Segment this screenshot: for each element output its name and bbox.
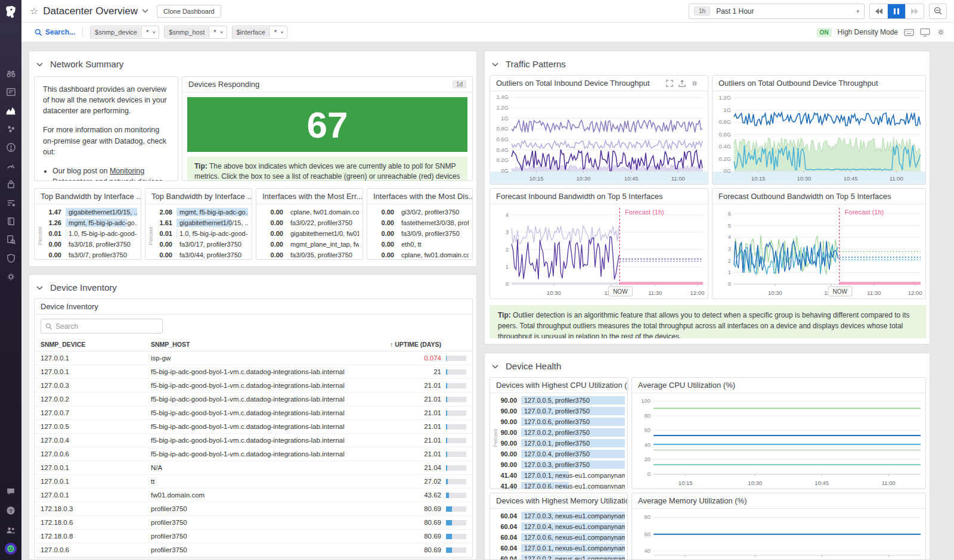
- fullscreen-icon[interactable]: [666, 80, 673, 87]
- table-row[interactable]: 127.0.0.1 tt 27.02: [35, 475, 472, 489]
- rewind-button[interactable]: [870, 4, 888, 18]
- tv-mode-icon[interactable]: [920, 28, 930, 37]
- toplist-row[interactable]: 90.00 127.0.0.4, profiler3750: [500, 449, 625, 459]
- toplist-widget[interactable]: Interfaces with the Most Dis... 0.00 gi3…: [367, 188, 473, 260]
- table-row[interactable]: 127.0.0.6 f5-big-ip-adc-good-byol-1-vm.c…: [35, 447, 472, 461]
- user-avatar[interactable]: [4, 542, 17, 555]
- apm-icon[interactable]: [4, 196, 17, 209]
- toplist-row[interactable]: 0.00 fa3/0/44, profiler3750: [155, 250, 248, 260]
- table-row[interactable]: 127.0.0.2 f5-big-ip-adc-good-byol-1-vm.c…: [35, 393, 472, 406]
- toplist-row[interactable]: 1.47 gigabitethernet1/0/15, ...: [44, 207, 137, 217]
- toplist-row[interactable]: 0.00 fa3/0/9, profiler3750: [377, 228, 469, 239]
- toplist-row[interactable]: 41.40 127.0.0.1, nexus-eu1.companyname..…: [500, 470, 625, 481]
- events-icon[interactable]: [4, 85, 17, 98]
- toplist-row[interactable]: 90.00 127.0.0.5, profiler3750: [500, 395, 625, 406]
- toplist-row[interactable]: 2.08 mgmt, f5-big-ip-adc-go...: [155, 207, 248, 217]
- widget-gear-icon[interactable]: [691, 80, 698, 87]
- outliers-inbound-widget[interactable]: Outliers on Total Inbound Device Through…: [490, 75, 708, 185]
- toplist-row[interactable]: 90.00 127.0.0.3, profiler3750: [500, 459, 625, 470]
- column-uptime[interactable]: ↑ UPTIME (DAYS): [388, 341, 441, 348]
- dashboards-icon[interactable]: [4, 104, 17, 117]
- watchdog-icon[interactable]: [4, 67, 17, 80]
- toplist-row[interactable]: 60.04 127.0.0.4, nexus-eu1.companyname.m…: [500, 521, 625, 532]
- devices-responding-widget[interactable]: Devices Responding 1d 67 Tip: The above …: [182, 76, 473, 181]
- table-row[interactable]: 127.0.0.4 f5-big-ip-adc-good-byol-1-vm.c…: [35, 434, 472, 447]
- forecast-outbound-widget[interactable]: Forecast Outbound Bandwidth on Top 5 Int…: [712, 188, 926, 299]
- toplist-row[interactable]: 0.00 gi3/0/2, profiler3750: [377, 207, 469, 217]
- toplist-row[interactable]: 60.04 127.0.0.6, nexus-eu1.companyname.m…: [500, 532, 625, 543]
- table-row[interactable]: 127.0.0.1 N/A 21.04: [35, 461, 472, 475]
- collapse-chevron-icon[interactable]: [492, 360, 498, 371]
- forecast-inbound-chart[interactable]: 0123410:3011:0011:3012:00Forecast (1h)NO…: [490, 203, 708, 298]
- table-row[interactable]: 172.18.0.3 profiler3750 80.69: [35, 502, 472, 516]
- outliers-outbound-widget[interactable]: Outliers on Total Outbound Device Throug…: [712, 75, 926, 185]
- time-range-picker[interactable]: 1h Past 1 Hour ▾: [689, 4, 865, 19]
- collapse-chevron-icon[interactable]: [492, 58, 498, 69]
- toplist-row[interactable]: 0.00 eth0, tt: [377, 239, 469, 250]
- settings-gear-icon[interactable]: [936, 27, 946, 37]
- toplist-row[interactable]: 0.00 fa3/0/18, profiler3750: [44, 239, 137, 250]
- integrations-icon[interactable]: [4, 178, 17, 191]
- toplist-row[interactable]: 1.61 gigabitethernet1/0/15, ...: [155, 217, 248, 228]
- column-snmp-device[interactable]: SNMP_DEVICE: [41, 341, 151, 348]
- table-row[interactable]: 127.0.0.1 f5-big-ip-adc-good-byol-1-vm.c…: [35, 365, 472, 379]
- collapse-chevron-icon[interactable]: [36, 58, 43, 69]
- toplist-row[interactable]: 0.00 gigabitethernet1/0, fw01....: [266, 228, 359, 239]
- column-snmp-host[interactable]: SNMP_HOST: [151, 341, 388, 348]
- memory-toplist-widget[interactable]: Devices with Highest Memory Utilizatio..…: [490, 493, 628, 560]
- query-value-box[interactable]: 67: [187, 97, 467, 152]
- keyboard-shortcuts-icon[interactable]: [904, 29, 914, 36]
- teams-icon[interactable]: [4, 523, 17, 536]
- toplist-widget[interactable]: Interfaces with the Most Err... 0.00 cpl…: [256, 188, 363, 260]
- help-icon[interactable]: ?: [4, 504, 17, 517]
- toplist-row[interactable]: 60.04 127.0.0.2, nexus-eu1.companyname.m…: [500, 553, 625, 560]
- zoom-out-button[interactable]: [929, 4, 947, 19]
- toplist-row[interactable]: 1.26 mgmt, f5-big-ip-adc-go...: [44, 217, 137, 228]
- avg-memory-widget[interactable]: Average Memory Utilization (%) 40608010:…: [631, 493, 926, 560]
- template-var-snmp-host[interactable]: $snmp_host * ▾: [164, 26, 227, 39]
- avg-memory-chart[interactable]: 40608010:1510:3010:4511:00: [632, 508, 925, 560]
- favorite-star-icon[interactable]: ☆: [30, 5, 38, 17]
- inventory-search-input[interactable]: Search: [41, 319, 163, 334]
- table-row[interactable]: 172.18.0.6 profiler3750 80.69: [35, 516, 472, 530]
- monitors-icon[interactable]: [4, 141, 17, 154]
- template-var-snmp-device[interactable]: $snmp_device * ▾: [90, 26, 159, 39]
- toplist-row[interactable]: 0.00 fa3/0/7, profiler3750: [44, 250, 137, 260]
- toplist-row[interactable]: 0.00 cplane, fw01.domain.com: [377, 250, 469, 260]
- toplist-row[interactable]: 90.00 127.0.0.6, profiler3750: [500, 416, 625, 427]
- cpu-toplist-widget[interactable]: Devices with Highest CPU Utilization (%)…: [490, 377, 628, 489]
- forecast-outbound-chart[interactable]: 012345610:3011:0011:3012:00Forecast (1h)…: [713, 203, 925, 298]
- toplist-row[interactable]: 41.40 127.0.0.6, nexus-eu1.companyname..…: [500, 481, 625, 489]
- avg-cpu-widget[interactable]: Average CPU Utilization (%) 020406080100…: [631, 377, 926, 489]
- forward-button[interactable]: [906, 4, 924, 18]
- toplist-row[interactable]: 0.00 fastethernet3/0/38, profil...: [377, 217, 469, 228]
- toplist-row[interactable]: 0.00 fa3/0/22, profiler3750: [266, 217, 359, 228]
- synthetics-icon[interactable]: [4, 270, 17, 283]
- toplist-row[interactable]: 0.01 1.0, f5-big-ip-adc-good-...: [44, 228, 137, 239]
- datadog-logo[interactable]: [0, 0, 21, 24]
- export-icon[interactable]: [679, 80, 686, 87]
- toplist-widget[interactable]: Top Bandwidth by Interface ... Percent 2…: [145, 188, 252, 260]
- table-row[interactable]: 127.0.0.6 profiler3750 80.69: [35, 543, 472, 557]
- toplist-row[interactable]: 60.04 127.0.0.3, nexus-eu1.companyname.m…: [500, 511, 625, 521]
- density-toggle-state[interactable]: ON: [817, 28, 832, 37]
- logs-icon[interactable]: [4, 233, 17, 246]
- toplist-widget[interactable]: Top Bandwidth by Interface ... Percent 1…: [34, 188, 141, 260]
- table-row[interactable]: 127.0.0.7 f5-big-ip-adc-good-byol-1-vm.c…: [35, 406, 472, 420]
- toplist-row[interactable]: 90.00 127.0.0.1, profiler3750: [500, 438, 625, 449]
- table-row[interactable]: 127.0.0.3 f5-big-ip-adc-good-byol-1-vm.c…: [35, 379, 472, 393]
- toplist-row[interactable]: 90.00 127.0.0.2, profiler3750: [500, 427, 625, 438]
- table-row[interactable]: 127.0.0.1 fw01.domain.com 43.62: [35, 489, 472, 502]
- table-row[interactable]: 172.18.0.8 profiler3750 80.69: [35, 530, 472, 543]
- template-var-interface[interactable]: $interface * ▾: [232, 26, 288, 39]
- collapse-chevron-icon[interactable]: [36, 282, 43, 293]
- outliers-inbound-chart[interactable]: 0G0.2G0.4G0.6G0.8G1G1.2G1.4G10:1510:3010…: [490, 90, 708, 184]
- pause-button[interactable]: [888, 4, 906, 18]
- table-row[interactable]: 127.0.0.5 f5-big-ip-adc-good-byol-1-vm.c…: [35, 420, 472, 434]
- notebooks-icon[interactable]: [4, 214, 17, 228]
- feedback-chat-icon[interactable]: [4, 485, 17, 498]
- toplist-row[interactable]: 60.04 127.0.0.1, nexus-eu1.companyname.m…: [500, 543, 625, 553]
- toplist-row[interactable]: 0.00 fa3/0/35, profiler3750: [266, 250, 359, 260]
- toplist-row[interactable]: 0.00 mgmt_plane_int_tap, fw0...: [266, 239, 359, 250]
- avg-cpu-chart[interactable]: 02040608010010:1510:3010:4511:00: [632, 392, 925, 489]
